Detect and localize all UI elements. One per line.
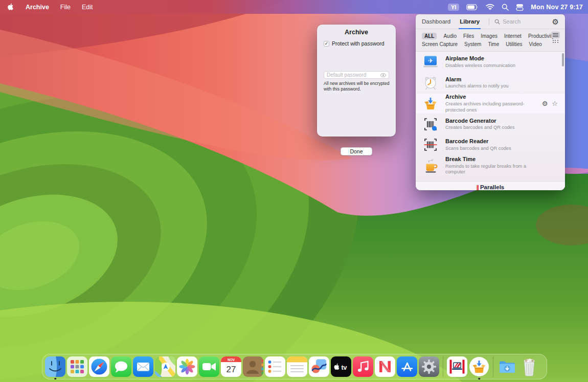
menu-bar: Archive File Edit YI Mon Nov 27 9:17: [0, 0, 588, 14]
menu-item-archive[interactable]: Archive: [26, 4, 49, 11]
show-password-eye-icon[interactable]: [380, 73, 386, 77]
tool-list: ✈ Airplane Mode Disables wireless commun…: [416, 52, 565, 181]
dock-facetime-icon[interactable]: [199, 356, 219, 377]
tool-desc: Launches alarms to notify you: [445, 83, 535, 89]
dock-finder-icon[interactable]: [45, 356, 65, 377]
category-utilities[interactable]: Utilities: [506, 41, 522, 47]
dock-freeform-icon[interactable]: [309, 356, 329, 377]
panel-footer: || Parallels: [416, 181, 565, 190]
tool-desc: Creates barcodes and QR codes: [445, 125, 535, 131]
tool-row-barcode-generator[interactable]: Barcode Generator Creates barcodes and Q…: [416, 114, 565, 135]
airplane-mode-icon: ✈: [423, 54, 438, 70]
dock-music-icon[interactable]: [353, 356, 373, 377]
dock-maps-icon[interactable]: [155, 356, 175, 377]
category-time[interactable]: Time: [488, 41, 499, 47]
tool-favorite-star-icon[interactable]: ☆: [552, 100, 558, 107]
tool-row-break-time[interactable]: Break Time Reminds to take regular break…: [416, 155, 565, 176]
dock-system-settings-icon[interactable]: [419, 356, 439, 377]
search-icon: [494, 19, 500, 25]
dock-reminders-icon[interactable]: [265, 356, 285, 377]
svg-text:✈: ✈: [428, 57, 433, 64]
coffee-cup-icon: [423, 158, 438, 173]
checkbox-check-icon: ✓: [325, 41, 329, 46]
category-all[interactable]: ALL: [422, 33, 437, 39]
fast-user-switching-icon[interactable]: [516, 4, 524, 11]
dock-calendar-icon[interactable]: NOV 27: [221, 356, 241, 377]
list-view-icon[interactable]: [551, 32, 560, 38]
dock-downloads-folder-icon[interactable]: [497, 356, 517, 377]
dock-parallels-desktop-icon[interactable]: [447, 356, 467, 377]
menu-bar-clock[interactable]: Mon Nov 27 9:17: [531, 4, 583, 11]
barcode-generator-icon: [423, 117, 438, 132]
grid-view-icon[interactable]: [553, 40, 559, 43]
dialog-title: Archive: [317, 25, 396, 36]
category-productivity[interactable]: Productivity: [528, 33, 555, 39]
svg-text:27: 27: [227, 365, 236, 374]
tool-name: Break Time: [445, 156, 535, 163]
category-filter: ALL Audio Files Images Internet Producti…: [416, 29, 565, 52]
category-screen-capture[interactable]: Screen Capture: [422, 41, 458, 47]
dock-appstore-icon[interactable]: [397, 356, 417, 377]
tool-name: Barcode Generator: [445, 118, 535, 125]
search-field[interactable]: Search: [494, 18, 552, 25]
protect-password-checkbox[interactable]: ✓: [324, 41, 329, 47]
tool-desc: Creates archives including password-prot…: [445, 101, 531, 113]
menu-item-edit[interactable]: Edit: [82, 4, 93, 11]
tab-library[interactable]: Library: [460, 14, 480, 29]
dock-photos-icon[interactable]: [177, 356, 197, 377]
search-placeholder: Search: [503, 18, 521, 25]
dock-messages-icon[interactable]: [111, 356, 131, 377]
parallels-logo-bars: ||: [477, 184, 479, 190]
dock-appletv-icon[interactable]: tv: [331, 356, 351, 377]
tool-desc: Disables wireless communication: [445, 63, 535, 69]
password-description: All new archives will be encrypted with …: [324, 81, 390, 92]
alarm-clock-icon: [423, 75, 438, 91]
spotlight-search-icon[interactable]: [502, 4, 509, 11]
tool-name: Barcode Reader: [445, 138, 535, 145]
dock-divider: [493, 356, 493, 377]
wifi-icon[interactable]: [486, 4, 494, 10]
category-images[interactable]: Images: [481, 33, 497, 39]
tool-row-airplane-mode[interactable]: ✈ Airplane Mode Disables wireless commun…: [416, 52, 565, 73]
archive-box-icon: [423, 96, 438, 111]
panel-settings-gear-icon[interactable]: ⚙: [552, 18, 559, 26]
tool-row-alarm[interactable]: Alarm Launches alarms to notify you: [416, 73, 565, 94]
done-button[interactable]: Done: [341, 147, 372, 155]
scrollbar-thumb[interactable]: [562, 53, 564, 66]
barcode-reader-icon: [423, 137, 438, 152]
dock-mail-icon[interactable]: [133, 356, 153, 377]
category-system[interactable]: System: [464, 41, 481, 47]
dock-notes-icon[interactable]: [287, 356, 307, 377]
dock-news-icon[interactable]: [375, 356, 395, 377]
battery-icon[interactable]: [466, 4, 479, 10]
category-files[interactable]: Files: [463, 33, 474, 39]
category-internet[interactable]: Internet: [504, 33, 522, 39]
tool-row-barcode-reader[interactable]: Barcode Reader Scans barcodes and QR cod…: [416, 134, 565, 155]
tool-settings-gear-icon[interactable]: ⚙: [542, 100, 548, 107]
svg-text:NOV: NOV: [228, 358, 235, 362]
header-divider: [489, 18, 489, 25]
input-source-indicator[interactable]: YI: [448, 4, 459, 11]
dock-launchpad-icon[interactable]: [67, 356, 87, 377]
tool-name: Airplane Mode: [445, 55, 535, 62]
tab-dashboard[interactable]: Dashboard: [422, 14, 450, 29]
running-indicator: [478, 378, 480, 380]
checkbox-label[interactable]: Protect with password: [332, 40, 385, 47]
tool-name: Archive: [445, 94, 535, 101]
dock: NOV 27: [42, 354, 547, 379]
dock-archive-app-icon[interactable]: [469, 356, 489, 377]
dock-trash-icon[interactable]: [519, 356, 539, 377]
dock-safari-icon[interactable]: [89, 356, 109, 377]
tool-desc: Reminds to take regular breaks from a co…: [445, 164, 535, 175]
parallels-toolbox-panel: Dashboard Library Search ⚙ ALL Audio Fil…: [416, 14, 565, 190]
running-indicator: [54, 378, 56, 380]
apple-menu[interactable]: [7, 3, 14, 11]
menu-item-file[interactable]: File: [60, 4, 71, 11]
tool-row-archive[interactable]: Archive Creates archives including passw…: [416, 93, 565, 114]
dock-divider: [443, 356, 443, 377]
dock-contacts-icon[interactable]: [243, 356, 263, 377]
apple-logo-icon: [7, 3, 14, 11]
category-audio[interactable]: Audio: [443, 33, 457, 39]
password-input[interactable]: Default password: [324, 71, 389, 79]
category-video[interactable]: Video: [529, 41, 541, 47]
